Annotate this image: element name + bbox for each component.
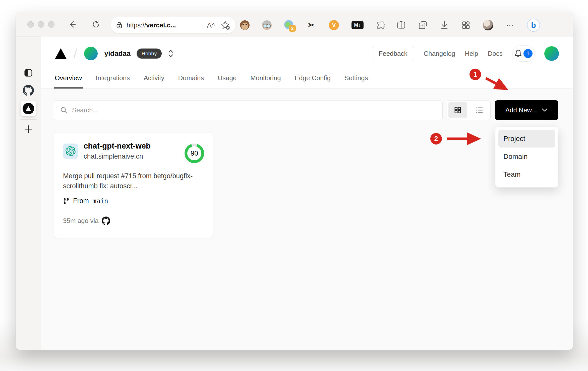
search-box xyxy=(54,100,443,120)
downloads-icon[interactable] xyxy=(440,20,449,30)
page-content: / yidadaa Hobby Feedback Changelog Help … xyxy=(41,36,573,350)
add-new-dropdown: Project Domain Team xyxy=(495,126,558,188)
breadcrumb-slash: / xyxy=(74,46,77,61)
grid-view-icon xyxy=(454,106,462,114)
more-menu-icon[interactable]: ⋯ xyxy=(505,20,515,30)
apps-launcher-icon[interactable] xyxy=(461,20,471,30)
menu-item-team[interactable]: Team xyxy=(498,165,555,183)
browser-window: https://vercel.c... A 2 ✂ V M↓ xyxy=(16,12,573,350)
commit-message: Merge pull request #715 from betgo/bugfi… xyxy=(63,171,201,191)
read-aloud-icon[interactable]: A xyxy=(205,21,216,30)
tab-integrations[interactable]: Integrations xyxy=(95,74,131,88)
add-favorite-star-icon[interactable] xyxy=(220,20,230,30)
notifications-button[interactable]: 1 xyxy=(512,45,535,62)
traffic-lights xyxy=(27,21,54,28)
nav-changelog[interactable]: Changelog xyxy=(424,50,455,58)
menu-item-project[interactable]: Project xyxy=(498,130,555,148)
bing-chat-icon[interactable]: b xyxy=(527,19,540,32)
deploy-meta: 35m ago via xyxy=(63,217,99,225)
browser-tab-sidebar xyxy=(16,36,41,350)
v-proxy-extension-icon[interactable]: V xyxy=(329,20,339,30)
browser-tab-github[interactable] xyxy=(16,85,41,96)
reload-button[interactable] xyxy=(91,20,101,29)
back-arrow-icon xyxy=(68,20,77,29)
minimize-window-button[interactable] xyxy=(38,21,44,28)
extensions-puzzle-icon[interactable] xyxy=(376,20,386,30)
annotation-step-2: 2 xyxy=(430,133,442,145)
zoom-window-button[interactable] xyxy=(48,21,54,28)
tampermonkey-extension-icon[interactable] xyxy=(240,20,250,30)
sidebar-divider xyxy=(20,119,36,120)
git-branch-icon xyxy=(63,198,70,205)
extension-count-badge: 2 xyxy=(289,25,296,32)
user-avatar[interactable] xyxy=(544,46,559,61)
project-name[interactable]: chat-gpt-next-web xyxy=(84,142,151,151)
collections-icon[interactable] xyxy=(418,20,428,30)
markdown-download-extension-icon[interactable]: M↓ xyxy=(351,21,364,29)
dashboard-tabs: Overview Integrations Activity Domains U… xyxy=(54,74,369,88)
svg-text:A: A xyxy=(207,21,212,29)
branch-prefix: From xyxy=(73,197,89,205)
address-bar[interactable]: https://vercel.c... A xyxy=(110,17,236,33)
lighthouse-score-ring: 90 xyxy=(185,144,204,163)
reload-icon xyxy=(91,20,101,29)
circle-extension-icon[interactable]: 2 xyxy=(284,20,294,30)
vercel-logo[interactable] xyxy=(55,48,67,59)
tab-usage[interactable]: Usage xyxy=(217,74,238,88)
search-icon xyxy=(60,106,68,114)
add-new-label: Add New... xyxy=(505,106,537,114)
project-card[interactable]: chat-gpt-next-web chat.simplenaive.cn 90… xyxy=(54,132,213,238)
github-source-icon xyxy=(102,216,110,225)
bell-icon xyxy=(514,50,522,57)
openai-icon xyxy=(66,146,76,156)
team-name[interactable]: yidadaa xyxy=(104,50,130,58)
tab-monitoring[interactable]: Monitoring xyxy=(249,74,282,88)
vercel-favicon xyxy=(23,103,34,114)
active-tab-tile xyxy=(21,101,36,116)
browser-tab-vercel-active[interactable] xyxy=(16,101,41,116)
tab-actions-button[interactable] xyxy=(16,69,41,77)
plus-icon xyxy=(24,124,33,134)
project-domain[interactable]: chat.simplenaive.cn xyxy=(84,153,151,160)
team-switcher-chevrons-icon[interactable] xyxy=(168,49,174,58)
search-input[interactable] xyxy=(72,106,442,114)
url-text: https://vercel.c... xyxy=(127,21,205,29)
view-toggle xyxy=(447,100,491,120)
feedback-button[interactable]: Feedback xyxy=(372,46,414,61)
lock-icon xyxy=(115,21,123,29)
new-tab-button[interactable] xyxy=(16,124,41,134)
tab-activity[interactable]: Activity xyxy=(143,74,165,88)
tab-settings[interactable]: Settings xyxy=(343,74,369,88)
list-view-button[interactable] xyxy=(470,102,489,118)
sidebar-panel-icon xyxy=(24,69,33,77)
github-icon xyxy=(23,85,34,96)
score-value: 90 xyxy=(191,150,198,157)
notification-count-badge: 1 xyxy=(523,49,533,58)
project-avatar xyxy=(63,144,78,159)
branch-name: main xyxy=(92,197,108,205)
add-new-button[interactable]: Add New... xyxy=(495,100,558,120)
nav-docs[interactable]: Docs xyxy=(488,50,503,58)
chevron-down-icon xyxy=(541,108,548,112)
browser-profile-avatar[interactable] xyxy=(483,20,493,30)
list-view-icon xyxy=(476,106,484,114)
granny-extension-icon[interactable] xyxy=(262,20,272,30)
tab-edge-config[interactable]: Edge Config xyxy=(294,74,332,88)
nav-help[interactable]: Help xyxy=(465,50,478,58)
scissors-extension-icon[interactable]: ✂ xyxy=(307,20,316,30)
vercel-header: / yidadaa Hobby Feedback Changelog Help … xyxy=(41,36,573,89)
menu-item-domain[interactable]: Domain xyxy=(498,148,555,165)
browser-titlebar: https://vercel.c... A 2 ✂ V M↓ xyxy=(16,12,573,36)
tab-domains[interactable]: Domains xyxy=(177,74,205,88)
annotation-step-1: 1 xyxy=(469,69,481,80)
split-screen-icon[interactable] xyxy=(396,20,406,30)
plan-badge: Hobby xyxy=(137,49,162,59)
grid-view-button[interactable] xyxy=(448,102,467,118)
back-button[interactable] xyxy=(68,20,77,29)
team-avatar xyxy=(84,47,98,60)
close-window-button[interactable] xyxy=(27,21,34,28)
tab-overview[interactable]: Overview xyxy=(54,74,83,88)
